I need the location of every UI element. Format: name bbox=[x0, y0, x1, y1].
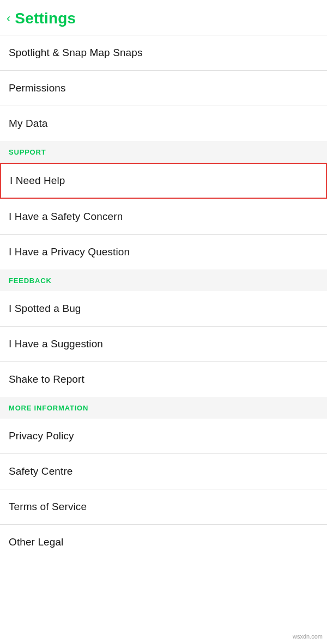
section-header-label: MORE INFORMATION bbox=[9, 404, 88, 412]
section-header-support: SUPPORT bbox=[0, 141, 327, 163]
menu-item-label: My Data bbox=[9, 118, 47, 130]
menu-container: Spotlight & Snap Map SnapsPermissionsMy … bbox=[0, 35, 327, 560]
menu-item-label: I Need Help bbox=[10, 175, 65, 187]
menu-item-spotlight-&-snap-map-snaps[interactable]: Spotlight & Snap Map Snaps bbox=[0, 35, 327, 70]
menu-item-i-have-a-safety-concern[interactable]: I Have a Safety Concern bbox=[0, 199, 327, 234]
menu-item-label: Safety Centre bbox=[9, 465, 72, 477]
menu-item-i-have-a-privacy-question[interactable]: I Have a Privacy Question bbox=[0, 235, 327, 269]
menu-item-privacy-policy[interactable]: Privacy Policy bbox=[0, 419, 327, 453]
menu-item-other-legal[interactable]: Other Legal bbox=[0, 525, 327, 560]
menu-item-safety-centre[interactable]: Safety Centre bbox=[0, 454, 327, 489]
section-header-more-information: MORE INFORMATION bbox=[0, 397, 327, 419]
menu-item-terms-of-service[interactable]: Terms of Service bbox=[0, 489, 327, 524]
menu-item-i-need-help[interactable]: I Need Help bbox=[0, 163, 327, 199]
menu-item-label: I Spotted a Bug bbox=[9, 303, 81, 315]
menu-item-permissions[interactable]: Permissions bbox=[0, 71, 327, 106]
section-header-label: FEEDBACK bbox=[9, 277, 52, 285]
menu-item-label: I Have a Suggestion bbox=[9, 338, 103, 350]
back-button[interactable]: ‹ bbox=[7, 11, 10, 26]
page-title: Settings bbox=[15, 10, 76, 27]
section-header-label: SUPPORT bbox=[9, 148, 46, 156]
menu-item-my-data[interactable]: My Data bbox=[0, 106, 327, 141]
menu-item-label: I Have a Safety Concern bbox=[9, 211, 123, 223]
menu-item-label: I Have a Privacy Question bbox=[9, 246, 130, 258]
menu-item-i-have-a-suggestion[interactable]: I Have a Suggestion bbox=[0, 327, 327, 361]
menu-item-label: Other Legal bbox=[9, 536, 63, 548]
settings-header: ‹ Settings bbox=[0, 0, 327, 35]
watermark: wsxdn.com bbox=[293, 633, 323, 640]
menu-item-label: Privacy Policy bbox=[9, 430, 74, 442]
menu-item-label: Spotlight & Snap Map Snaps bbox=[9, 47, 143, 59]
menu-item-shake-to-report[interactable]: Shake to Report bbox=[0, 362, 327, 397]
menu-item-label: Terms of Service bbox=[9, 501, 87, 513]
menu-item-i-spotted-a-bug[interactable]: I Spotted a Bug bbox=[0, 291, 327, 326]
menu-item-label: Permissions bbox=[9, 82, 66, 94]
menu-item-label: Shake to Report bbox=[9, 373, 84, 385]
section-header-feedback: FEEDBACK bbox=[0, 269, 327, 291]
